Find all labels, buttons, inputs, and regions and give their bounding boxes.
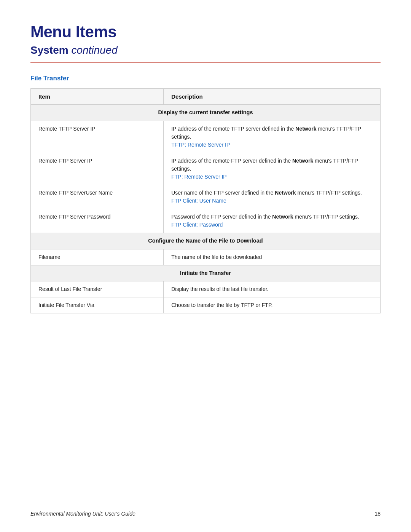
page-subtitle: System continued <box>30 44 381 56</box>
desc-result: Display the results of the last file tra… <box>164 281 381 297</box>
link-ftp-ip: FTP: Remote Server IP <box>171 174 226 180</box>
subtitle-bold: System <box>30 44 68 56</box>
bold-network-4: Network <box>272 214 293 220</box>
page-title: Menu Items <box>30 23 381 41</box>
section-label-display: Display the current transfer settings <box>31 105 381 121</box>
section-row-configure: Configure the Name of the File to Downlo… <box>31 233 381 249</box>
section-heading: File Transfer <box>30 75 381 82</box>
item-remote-ftp-username: Remote FTP ServerUser Name <box>31 185 164 209</box>
item-result: Result of Last File Transfer <box>31 281 164 297</box>
divider <box>30 62 381 63</box>
footer-page-number: 18 <box>374 511 381 517</box>
table-row: Initiate File Transfer Via Choose to tra… <box>31 297 381 313</box>
bold-network-1: Network <box>295 126 316 132</box>
link-ftp-username: FTP Client: User Name <box>171 198 226 204</box>
desc-remote-ftp: IP address of the remote FTP server defi… <box>164 153 381 185</box>
footer-title: Environmental Monitoring Unit: User's Gu… <box>30 511 135 517</box>
section-label-configure: Configure the Name of the File to Downlo… <box>31 233 381 249</box>
item-filename: Filename <box>31 249 164 265</box>
desc-remote-ftp-username: User name of the FTP server defined in t… <box>164 185 381 209</box>
section-label-initiate: Initiate the Transfer <box>31 265 381 281</box>
table-row: Remote TFTP Server IP IP address of the … <box>31 121 381 153</box>
link-tftp: TFTP: Remote Server IP <box>171 142 230 148</box>
item-remote-ftp-password: Remote FTP Server Password <box>31 209 164 233</box>
section-row-initiate: Initiate the Transfer <box>31 265 381 281</box>
item-initiate-via: Initiate File Transfer Via <box>31 297 164 313</box>
file-transfer-table: Item Description Display the current tra… <box>30 88 381 313</box>
table-row: Remote FTP ServerUser Name User name of … <box>31 185 381 209</box>
bold-network-2: Network <box>292 158 313 164</box>
link-ftp-password: FTP Client: Password <box>171 222 223 228</box>
desc-filename: The name of the file to be downloaded <box>164 249 381 265</box>
subtitle-italic: continued <box>71 44 117 56</box>
desc-initiate-via: Choose to transfer the file by TFTP or F… <box>164 297 381 313</box>
desc-remote-tftp: IP address of the remote TFTP server def… <box>164 121 381 153</box>
table-row: Remote FTP Server Password Password of t… <box>31 209 381 233</box>
table-row: Result of Last File Transfer Display the… <box>31 281 381 297</box>
item-remote-ftp: Remote FTP Server IP <box>31 153 164 185</box>
desc-remote-ftp-password: Password of the FTP server defined in th… <box>164 209 381 233</box>
bold-network-3: Network <box>275 190 296 196</box>
footer: Environmental Monitoring Unit: User's Gu… <box>30 511 381 517</box>
section-row-display: Display the current transfer settings <box>31 105 381 121</box>
col-header-item: Item <box>31 89 164 105</box>
col-header-desc: Description <box>164 89 381 105</box>
table-row: Remote FTP Server IP IP address of the r… <box>31 153 381 185</box>
table-row: Filename The name of the file to be down… <box>31 249 381 265</box>
item-remote-tftp: Remote TFTP Server IP <box>31 121 164 153</box>
